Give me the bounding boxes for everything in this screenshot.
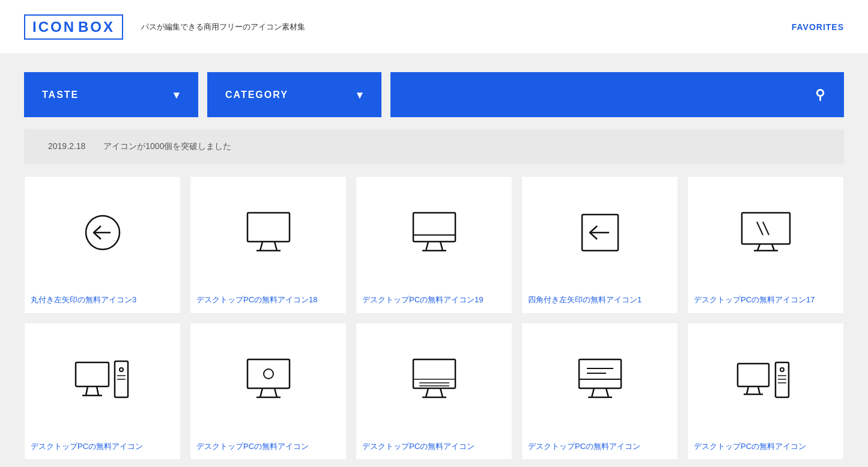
svg-line-9 — [440, 242, 443, 251]
svg-line-47 — [747, 386, 748, 394]
svg-line-3 — [260, 242, 263, 251]
svg-rect-6 — [413, 213, 455, 242]
icon-area — [190, 177, 346, 288]
icon-label: 四角付き左矢印の無料アイコン1 — [522, 288, 678, 313]
icon-label: デスクトップPCの無料アイコン — [190, 435, 346, 460]
svg-rect-2 — [247, 213, 290, 242]
svg-rect-27 — [247, 359, 290, 388]
taste-filter-label: TASTE — [42, 90, 79, 100]
icon-card[interactable]: デスクトップPCの無料アイコン — [24, 323, 181, 460]
svg-line-4 — [275, 242, 277, 251]
svg-point-51 — [780, 368, 784, 371]
search-button[interactable]: ⚲ — [390, 72, 844, 117]
svg-line-42 — [606, 388, 609, 397]
icon-label: デスクトップPCの無料アイコン — [356, 435, 512, 460]
logo-part2: BOX — [78, 19, 115, 35]
svg-rect-19 — [76, 362, 109, 386]
filter-bar: TASTE ▾ CATEGORY ▾ ⚲ — [0, 54, 868, 129]
svg-point-31 — [264, 369, 273, 379]
svg-line-8 — [426, 242, 428, 251]
category-chevron-icon: ▾ — [357, 88, 363, 102]
icon-card[interactable]: デスクトップPCの無料アイコン — [521, 323, 678, 460]
logo-part1: ICON — [32, 19, 76, 35]
icon-area — [25, 177, 180, 288]
icon-area — [25, 323, 180, 435]
icon-card[interactable]: デスクトップPCの無料アイコン18 — [190, 176, 347, 314]
site-tagline: パスが編集できる商用フリーのアイコン素材集 — [141, 22, 305, 32]
announcement-date: 2019.2.18 — [48, 141, 85, 152]
svg-line-34 — [426, 388, 428, 397]
search-icon: ⚲ — [815, 87, 826, 103]
logo[interactable]: ICON BOX — [24, 14, 123, 40]
svg-line-18 — [763, 222, 769, 235]
icon-label: デスクトップPCの無料アイコン — [688, 435, 843, 460]
icon-card[interactable]: 丸付き左矢印の無料アイコン3 — [24, 176, 181, 314]
taste-filter-button[interactable]: TASTE ▾ — [24, 72, 198, 117]
icon-label: デスクトップPCの無料アイコン19 — [356, 288, 512, 313]
svg-line-48 — [758, 386, 760, 394]
svg-line-41 — [592, 388, 594, 397]
icon-area — [522, 323, 678, 435]
category-filter-button[interactable]: CATEGORY ▾ — [207, 72, 381, 117]
svg-line-20 — [86, 386, 88, 395]
announcement-bar: 2019.2.18 アイコンが1000個を突破しました — [24, 129, 844, 164]
icon-area — [688, 323, 843, 435]
svg-point-24 — [120, 368, 123, 371]
icon-label: デスクトップPCの無料アイコン17 — [688, 288, 843, 313]
icon-card[interactable]: 四角付き左矢印の無料アイコン1 — [521, 176, 678, 314]
favorites-link[interactable]: FAVORITES — [792, 22, 844, 32]
icon-card[interactable]: デスクトップPCの無料アイコン17 — [687, 176, 844, 314]
taste-chevron-icon: ▾ — [174, 88, 180, 102]
svg-line-15 — [772, 244, 774, 251]
announcement-message: アイコンが1000個を突破しました — [103, 141, 231, 152]
category-filter-label: CATEGORY — [225, 90, 288, 100]
icon-grid: 丸付き左矢印の無料アイコン3 デスクトップPCの無料アイコン18 デスクトップP… — [0, 164, 868, 467]
svg-line-29 — [275, 388, 277, 397]
icon-label: 丸付き左矢印の無料アイコン3 — [25, 288, 180, 313]
svg-line-17 — [757, 222, 763, 235]
svg-rect-46 — [738, 364, 769, 386]
icon-card[interactable]: デスクトップPCの無料アイコン — [687, 323, 844, 460]
header-left: ICON BOX パスが編集できる商用フリーのアイコン素材集 — [24, 14, 305, 40]
icon-label: デスクトップPCの無料アイコン — [25, 435, 180, 460]
icon-label: デスクトップPCの無料アイコン18 — [190, 288, 346, 313]
icon-area — [356, 177, 512, 288]
icon-card[interactable]: デスクトップPCの無料アイコン — [356, 323, 512, 460]
svg-rect-32 — [413, 359, 455, 388]
site-header: ICON BOX パスが編集できる商用フリーのアイコン素材集 FAVORITES — [0, 0, 868, 54]
icon-area — [356, 323, 512, 435]
svg-line-28 — [260, 388, 263, 397]
icon-area — [688, 177, 843, 288]
svg-line-21 — [97, 386, 99, 395]
icon-card[interactable]: デスクトップPCの無料アイコン19 — [356, 176, 512, 314]
svg-line-14 — [757, 244, 760, 251]
icon-area — [190, 323, 346, 435]
svg-line-35 — [440, 388, 443, 397]
icon-card[interactable]: デスクトップPCの無料アイコン — [190, 323, 347, 460]
icon-label: デスクトップPCの無料アイコン — [522, 435, 678, 460]
icon-area — [522, 177, 678, 288]
